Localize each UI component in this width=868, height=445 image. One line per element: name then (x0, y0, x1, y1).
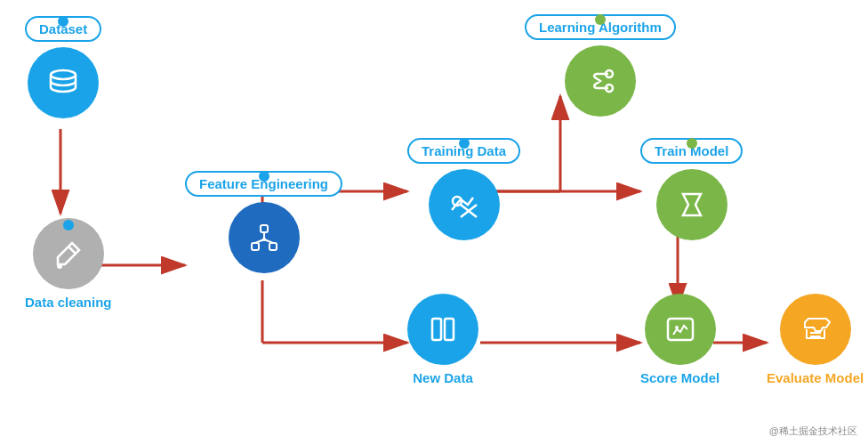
evaluate-model-node: Evaluate Model (767, 294, 864, 385)
learning-algorithm-circle (565, 45, 636, 117)
svg-rect-25 (432, 319, 441, 340)
new-data-label: New Data (413, 370, 473, 385)
svg-rect-17 (269, 243, 277, 250)
dataset-node: Dataset (25, 16, 101, 118)
svg-point-27 (606, 70, 613, 77)
svg-point-28 (606, 85, 613, 92)
svg-point-21 (262, 238, 266, 241)
watermark: @稀土掘金技术社区 (769, 425, 857, 438)
score-model-label: Score Model (640, 370, 719, 385)
svg-point-14 (57, 263, 62, 269)
learning-algorithm-node: Learning Algorithm (525, 14, 676, 117)
dataset-circle (28, 47, 99, 118)
ml-diagram: Dataset Data cleaning Feature Engineerin… (0, 0, 868, 445)
score-model-node: Score Model (640, 294, 719, 385)
new-data-node: New Data (407, 294, 478, 385)
feature-engineering-circle (229, 202, 300, 273)
svg-point-13 (51, 70, 76, 79)
data-cleaning-label: Data cleaning (25, 295, 112, 310)
svg-rect-29 (668, 319, 693, 340)
training-data-node: Training Data (407, 138, 520, 240)
svg-rect-15 (261, 225, 268, 232)
svg-rect-26 (445, 319, 454, 340)
train-model-node: Train Model (640, 138, 743, 240)
train-model-circle (656, 169, 727, 240)
svg-point-30 (675, 326, 679, 329)
feature-engineering-node: Feature Engineering (185, 171, 342, 273)
svg-rect-16 (252, 243, 259, 250)
training-data-circle (429, 169, 500, 240)
evaluate-model-label: Evaluate Model (767, 370, 864, 385)
data-cleaning-node: Data cleaning (25, 218, 112, 310)
